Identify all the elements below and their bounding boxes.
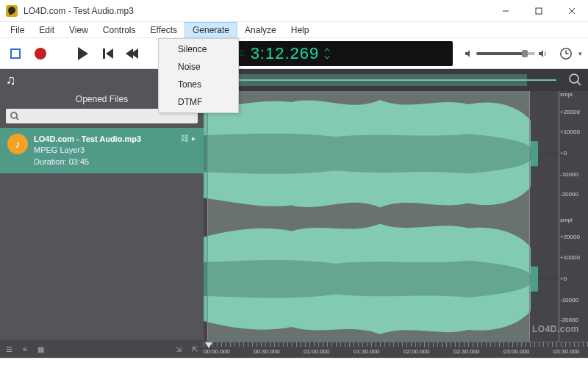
- menu-view[interactable]: View: [62, 22, 96, 37]
- display-controls[interactable]: [323, 47, 331, 60]
- stop-icon: [10, 48, 21, 59]
- music-note-icon: ♫: [6, 73, 16, 88]
- menu-effects[interactable]: Effects: [143, 22, 184, 37]
- volume-max-icon: [538, 49, 548, 58]
- menu-edit[interactable]: Edit: [32, 22, 62, 37]
- menubar: File Edit View Controls Effects Generate…: [0, 22, 588, 38]
- ruler-unit: smpl: [560, 91, 573, 98]
- svg-rect-19: [531, 267, 538, 292]
- file-actions: ⛓ ▸: [181, 134, 196, 143]
- svg-rect-17: [531, 141, 538, 166]
- import-icon[interactable]: ⇲: [176, 345, 182, 353]
- volume-slider[interactable]: [476, 52, 535, 55]
- file-name: LO4D.com - Test Audio.mp3: [34, 134, 175, 145]
- watermark: LO4D.com: [532, 324, 579, 334]
- dropdown-item-dtmf[interactable]: DTMF: [160, 93, 237, 111]
- play-file-icon[interactable]: ▸: [192, 134, 196, 143]
- menu-file[interactable]: File: [3, 22, 32, 37]
- svg-rect-1: [536, 8, 542, 14]
- volume-control: [465, 49, 548, 58]
- file-music-icon: ♪: [7, 134, 28, 154]
- time-readout: 3:12.269: [251, 44, 320, 63]
- generate-dropdown: Silence Noise Tones DTMF: [158, 38, 239, 113]
- view-list-icon[interactable]: ☰: [6, 345, 12, 353]
- waveform-area: smpl +20000 +10000 +0 -10000 -20000 smpl…: [204, 69, 588, 358]
- app-icon: [6, 5, 18, 17]
- record-button[interactable]: [31, 44, 50, 63]
- titlebar: LO4D.com - Test Audio.mp3: [0, 0, 588, 22]
- rewind-button[interactable]: [123, 44, 143, 63]
- overview-waveform: [204, 71, 556, 89]
- close-button[interactable]: [555, 0, 588, 22]
- statusbar: [0, 358, 588, 371]
- file-codec: MPEG Layer3: [34, 145, 175, 156]
- dropdown-item-tones[interactable]: Tones: [160, 76, 237, 93]
- toolbar: 44.1 kHz stereo -0000: 3:12.269 ▾: [0, 38, 588, 69]
- amplitude-ruler: smpl +20000 +10000 +0 -10000 -20000 smpl…: [559, 91, 588, 342]
- dropdown-item-noise[interactable]: Noise: [160, 58, 237, 76]
- menu-help[interactable]: Help: [284, 22, 317, 37]
- skip-start-icon: [103, 48, 113, 59]
- minimize-button[interactable]: [489, 0, 522, 22]
- svg-line-15: [577, 82, 581, 85]
- rewind-icon: [128, 48, 138, 59]
- main-area: ♫ Opened Files ♪ LO4D.com - Test Audio.m…: [0, 69, 588, 358]
- play-button[interactable]: [74, 44, 93, 63]
- record-icon: [35, 48, 46, 60]
- svg-rect-13: [204, 74, 527, 86]
- stop-button[interactable]: [6, 44, 25, 63]
- magnify-icon[interactable]: [569, 73, 582, 87]
- export-icon[interactable]: ⇱: [192, 345, 198, 353]
- play-icon: [78, 47, 88, 60]
- clock-dropdown-icon[interactable]: ▾: [578, 50, 582, 57]
- menu-controls[interactable]: Controls: [96, 22, 143, 37]
- view-compact-icon[interactable]: ≡: [23, 345, 27, 353]
- maximize-button[interactable]: [522, 0, 555, 22]
- overview-strip[interactable]: [204, 69, 588, 91]
- skip-start-button[interactable]: [98, 44, 118, 63]
- view-grid-icon[interactable]: ▦: [37, 345, 44, 353]
- menu-generate[interactable]: Generate: [184, 22, 237, 37]
- file-meta: LO4D.com - Test Audio.mp3 MPEG Layer3 Du…: [34, 134, 175, 168]
- selection-region[interactable]: [207, 91, 531, 342]
- search-icon: [10, 112, 19, 120]
- svg-point-10: [11, 112, 17, 118]
- volume-min-icon: [465, 49, 473, 58]
- menu-analyze[interactable]: Analyze: [237, 22, 284, 37]
- link-icon[interactable]: ⛓: [181, 134, 189, 143]
- window-title: LO4D.com - Test Audio.mp3: [24, 6, 134, 16]
- waveform-canvas[interactable]: [204, 91, 559, 342]
- dropdown-item-silence[interactable]: Silence: [160, 40, 237, 58]
- channels: smpl +20000 +10000 +0 -10000 -20000 smpl…: [204, 91, 588, 342]
- window-controls: [489, 0, 588, 22]
- file-item[interactable]: ♪ LO4D.com - Test Audio.mp3 MPEG Layer3 …: [0, 128, 204, 173]
- sidebar-footer: ☰ ≡ ▦ ⇲ ⇱: [0, 340, 204, 358]
- svg-line-11: [16, 118, 18, 120]
- file-duration: Duration: 03:45: [34, 156, 175, 168]
- clock-icon[interactable]: [559, 47, 573, 60]
- time-ruler[interactable]: 00:00.000 00:30.000 01:00.000 01:30.000 …: [204, 342, 588, 358]
